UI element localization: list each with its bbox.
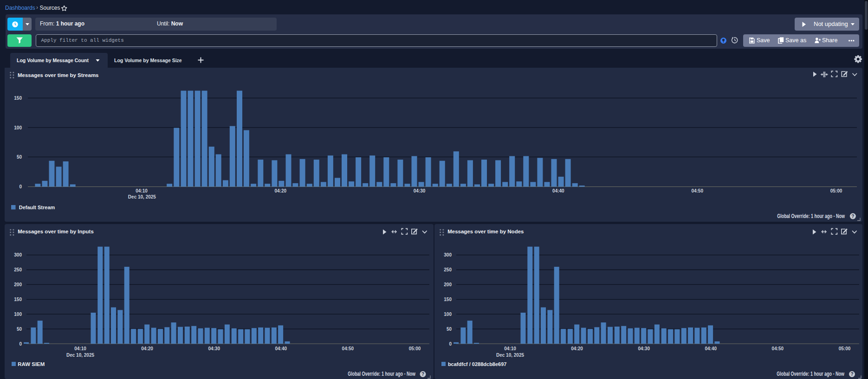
svg-text:250: 250 — [444, 267, 452, 272]
svg-text:04:30: 04:30 — [638, 346, 650, 351]
svg-text:50: 50 — [17, 154, 22, 160]
svg-text:250: 250 — [14, 267, 22, 272]
svg-text:Dec 10, 2025: Dec 10, 2025 — [66, 353, 94, 358]
svg-text:RAW SIEM: RAW SIEM — [18, 361, 45, 367]
svg-text:04:40: 04:40 — [705, 346, 717, 351]
svg-text:100: 100 — [14, 312, 22, 317]
svg-text:100: 100 — [14, 125, 22, 130]
svg-text:300: 300 — [14, 252, 22, 257]
svg-text:Default Stream: Default Stream — [19, 205, 55, 210]
svg-text:0: 0 — [449, 341, 452, 347]
svg-text:100: 100 — [444, 312, 452, 317]
svg-text:?: ? — [851, 214, 854, 219]
svg-text:05:00: 05:00 — [839, 346, 851, 351]
svg-text:?: ? — [421, 372, 424, 377]
svg-text:50: 50 — [447, 327, 452, 332]
svg-text:bcafdfcf / 0288dcb8e697: bcafdfcf / 0288dcb8e697 — [448, 361, 507, 367]
svg-text:300: 300 — [444, 252, 452, 257]
svg-text:200: 200 — [444, 282, 452, 287]
svg-text:150: 150 — [14, 96, 22, 101]
svg-text:0: 0 — [19, 184, 22, 189]
svg-text:04:30: 04:30 — [414, 188, 426, 193]
svg-text:04:20: 04:20 — [141, 346, 153, 351]
svg-text:04:40: 04:40 — [275, 346, 287, 351]
svg-text:04:40: 04:40 — [552, 188, 564, 193]
svg-text:04:10: 04:10 — [504, 346, 516, 351]
svg-text:?: ? — [850, 372, 853, 377]
svg-text:150: 150 — [444, 297, 452, 302]
svg-text:04:20: 04:20 — [275, 188, 287, 193]
svg-text:04:50: 04:50 — [691, 188, 703, 193]
svg-text:200: 200 — [14, 282, 22, 287]
svg-text:04:10: 04:10 — [74, 346, 86, 351]
svg-text:04:20: 04:20 — [571, 346, 583, 351]
svg-text:05:00: 05:00 — [409, 346, 421, 351]
svg-text:Global Override: 1 hour ago -: Global Override: 1 hour ago - Now — [777, 371, 844, 377]
svg-text:150: 150 — [14, 297, 22, 302]
svg-text:0: 0 — [19, 341, 22, 347]
svg-text:Global Override: 1 hour ago -: Global Override: 1 hour ago - Now — [348, 371, 415, 377]
svg-text:Global Override: 1 hour ago -: Global Override: 1 hour ago - Now — [777, 213, 845, 219]
svg-text:Dec 10, 2025: Dec 10, 2025 — [128, 194, 156, 199]
svg-text:04:10: 04:10 — [136, 188, 148, 193]
svg-text:04:30: 04:30 — [208, 346, 220, 351]
svg-text:04:50: 04:50 — [772, 346, 784, 351]
svg-text:50: 50 — [17, 327, 22, 332]
svg-text:04:50: 04:50 — [342, 346, 354, 351]
svg-text:05:00: 05:00 — [830, 188, 842, 193]
svg-text:Dec 10, 2025: Dec 10, 2025 — [496, 353, 524, 358]
